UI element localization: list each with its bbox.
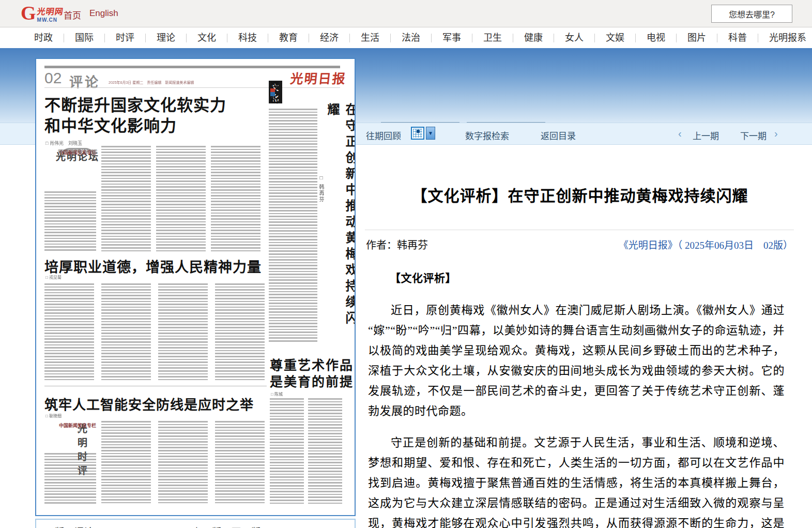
nav-item-8[interactable]: 生活 [349,34,390,42]
newspaper-headline-3: 筑牢人工智能安全防线是应时之举 [44,394,254,413]
newspaper-headline-1: 不断提升国家文化软实力 和中华文化影响力 [44,95,226,137]
prev-issue-link[interactable]: 上一期 [693,129,719,142]
newspaper-headline-4: 尊重艺术作品 是美育的前提 [270,357,354,390]
nav-item-2[interactable]: 时评 [104,34,145,42]
footer-page-bar[interactable]: 02版：评论 上一版 下一版 [35,519,356,528]
article-divider [365,230,794,230]
newspaper-text-column [101,421,151,504]
next-arrow-icon[interactable]: › [774,128,778,140]
logo-g-glyph: G [21,3,36,23]
newspaper-text-column [156,146,206,252]
digital-search-link[interactable]: 数字报检索 [465,129,509,142]
calendar-dropdown-button[interactable]: ▼ [426,127,435,140]
forum-email: gmpinglun@163.com [58,148,97,153]
article-paragraph-2: 守正是创新的基础和前提。文艺源于人民生活，事业和生活、顺境和逆境、梦想和期望、爱… [368,432,785,528]
main-nav: 时政国际时评理论文化科技教育经济生活法治军事卫生健康女人文娱电视图片科普光明报系… [0,27,812,48]
english-link[interactable]: English [89,8,118,19]
nav-item-4[interactable]: 文化 [186,34,227,42]
nav-item-9[interactable]: 法治 [390,34,431,42]
newspaper-text-column [215,421,265,504]
newspaper-byline-3: □ 耿晓细 [45,413,62,418]
newspaper-text-column [44,453,96,504]
nav-item-6[interactable]: 教育 [268,34,309,42]
newspaper-text-column [101,283,151,381]
newspaper-byline-4: □ 陈城 [271,391,283,397]
newspaper-header-line [44,87,340,88]
newspaper-text-column [44,283,94,381]
history-link[interactable]: 往期回顾 [366,129,401,142]
nav-item-14[interactable]: 文娱 [594,34,635,42]
home-link[interactable]: 首页 [64,8,81,21]
newspaper-header-meta: 2025年6月3日 星期二 责任编辑 新闻报道美术编辑 [109,80,194,85]
newspaper-page-number: 02 [44,69,62,87]
logo-stack: 光明网 MW.CN [37,5,64,23]
top-bar: G 光明网 MW.CN 首页 English 您想去哪里? [0,0,812,27]
article-body: 【文化评析】 近日，原创黄梅戏《徽州女人》在澳门威尼斯人剧场上演。《徽州女人》通… [368,261,785,528]
newspaper-text-column [215,283,265,381]
nav-item-13[interactable]: 女人 [554,34,594,42]
gmw-logo[interactable]: G 光明网 MW.CN [21,3,64,23]
nav-item-10[interactable]: 军事 [431,34,472,42]
page: G 光明网 MW.CN 首页 English 您想去哪里? 时政国际时评理论文化… [0,0,812,528]
nav-item-7[interactable]: 经济 [309,34,349,42]
logo-domain: MW.CN [37,17,64,23]
nav-item-15[interactable]: 电视 [635,34,676,42]
next-issue-link[interactable]: 下一期 [740,129,767,142]
newspaper-page-image[interactable]: 02 评论 2025年6月3日 星期二 责任编辑 新闻报道美术编辑 光明日报 不… [35,58,356,516]
newspaper-byline-1: □ 肖伟光 刘晓玉 [45,140,82,146]
article-tag: 【文化评析】 [368,268,785,289]
newspaper-text-column [158,283,208,381]
newspaper-divider [44,386,267,386]
nav-item-1[interactable]: 国际 [64,34,104,42]
newspaper-byline-2: □ 戎见菊 [45,274,62,280]
vertical-headline: 在守正创新中推动黄梅戏持续闪耀 [324,103,356,341]
newspaper-text-column [269,109,317,342]
footer-page-bar-text[interactable]: 02版：评论 上一版 下一版 [43,524,261,528]
nav-item-3[interactable]: 理论 [145,34,186,42]
badge-mark-icon [270,88,275,96]
newspaper-text-column [101,146,151,252]
search-box[interactable]: 您想去哪里? [711,5,792,23]
article-paragraph-1: 近日，原创黄梅戏《徽州女人》在澳门威尼斯人剧场上演。《徽州女人》通过“嫁”“盼”… [368,300,785,421]
nav-item-0[interactable]: 时政 [23,34,64,42]
back-catalog-link[interactable]: 返回目录 [541,129,576,142]
prev-arrow-icon[interactable]: ‹ [678,128,682,140]
newspaper-text-column [211,146,261,252]
nav-item-18[interactable]: 光明报系 [758,34,812,42]
article-title: 【文化评析】在守正创新中推动黄梅戏持续闪耀 [365,183,795,206]
logo-chinese-name: 光明网 [36,5,64,17]
article-source: 《光明日报》（ 2025年06月03日 02版） [365,237,793,251]
times-subtitle: 中国新闻奖名专栏 [59,422,96,429]
newspaper-headline-2: 培厚职业道德，增强人民精神力量 [44,256,262,276]
calendar-icon[interactable] [411,127,424,140]
chevron-down-icon: ▼ [428,130,433,136]
newspaper-text-column [308,398,342,504]
nav-item-12[interactable]: 健康 [513,34,554,42]
nav-item-5[interactable]: 科技 [227,34,268,42]
newspaper-masthead: 光明日报 [289,68,347,87]
nav-item-17[interactable]: 科普 [717,34,758,42]
newspaper-text-column [44,191,96,252]
nav-item-11[interactable]: 卫生 [472,34,513,42]
nav-item-16[interactable]: 图片 [676,34,717,42]
newspaper-text-column [158,421,208,504]
newspaper-text-column [270,398,304,504]
